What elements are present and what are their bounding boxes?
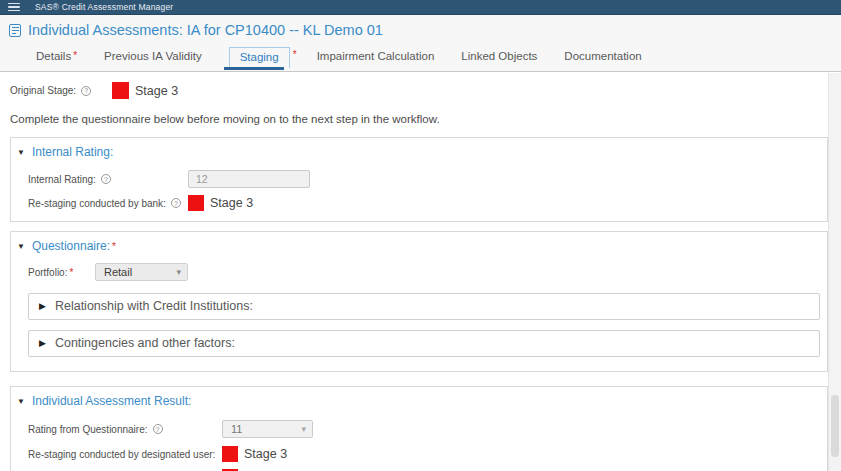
restaging-bank-row: Re-staging conducted by bank: ? Stage 3 [28,195,827,211]
expand-icon: ▶ [39,301,46,311]
portfolio-dropdown[interactable]: Retail ▾ [95,263,188,281]
rating-from-questionnaire-row: Rating from Questionnaire: ? 11 ▾ [28,420,827,438]
page-title: Individual Assessments: IA for CP10400 -… [28,22,383,38]
internal-rating-row: Internal Rating: ? [28,170,827,188]
document-icon [9,24,21,37]
subsection-contingencies-other-factors[interactable]: ▶ Contingencies and other factors: [28,330,820,357]
stage-color-swatch [112,82,129,99]
help-icon[interactable]: ? [153,424,163,434]
stage-color-swatch [222,446,238,462]
expand-icon: ▶ [39,338,46,348]
original-stage-row: Original Stage: ? Stage 3 [10,82,841,99]
help-icon[interactable]: ? [171,198,181,208]
section-result-header[interactable]: ▼ Individual Assessment Result: [17,394,827,408]
section-internal-rating-header[interactable]: ▼ Internal Rating: [17,145,827,159]
page-header: Individual Assessments: IA for CP10400 -… [0,15,841,72]
scrollbar-thumb[interactable] [831,395,839,457]
portfolio-row: Portfolio: * Retail ▾ [28,263,827,281]
internal-rating-label: Internal Rating: [28,174,96,185]
required-marker: * [69,267,73,278]
restaging-designated-user-label: Re-staging conducted by designated user: [28,449,215,460]
tab-details[interactable]: Details* [36,50,77,68]
help-icon[interactable]: ? [101,174,111,184]
vertical-scrollbar[interactable] [828,73,841,471]
required-marker: * [112,241,116,252]
app-bar: SAS® Credit Assessment Manager [0,0,841,15]
required-marker: * [73,50,77,61]
section-questionnaire: ▼ Questionnaire: * Portfolio: * Retail ▾… [10,231,828,372]
subsection-relationship-credit-institutions[interactable]: ▶ Relationship with Credit Institutions: [28,293,820,320]
title-row: Individual Assessments: IA for CP10400 -… [0,15,841,38]
tab-impairment-calculation[interactable]: Impairment Calculation [317,50,435,68]
menu-icon[interactable] [8,3,20,12]
chevron-down-icon: ▾ [301,424,306,434]
tab-staging[interactable]: Staging * [229,47,290,68]
required-marker: * [293,49,297,60]
section-individual-assessment-result: ▼ Individual Assessment Result: Rating f… [10,386,828,471]
tab-linked-objects[interactable]: Linked Objects [461,50,537,68]
chevron-down-icon: ▾ [176,267,181,277]
collapse-icon: ▼ [17,148,25,157]
original-stage-label: Original Stage: [10,85,76,96]
tab-documentation[interactable]: Documentation [564,50,641,68]
active-tab-underline [224,67,284,70]
section-questionnaire-header[interactable]: ▼ Questionnaire: * [17,239,827,253]
staging-panel: Original Stage: ? Stage 3 Complete the q… [0,72,841,471]
portfolio-label: Portfolio: [28,267,67,278]
instruction-text: Complete the questionnaire below before … [10,113,841,125]
restaging-designated-user-row: Re-staging conducted by designated user:… [28,446,827,462]
tab-previous-ia-validity[interactable]: Previous IA Validity [104,50,202,68]
collapse-icon: ▼ [17,397,25,406]
stage-color-swatch [188,195,204,211]
original-stage-value: Stage 3 [135,84,178,98]
restaging-bank-label: Re-staging conducted by bank: [28,198,166,209]
internal-rating-input[interactable] [188,170,310,188]
app-title: SAS® Credit Assessment Manager [35,2,173,12]
collapse-icon: ▼ [17,242,25,251]
app-window: SAS® Credit Assessment Manager Individua… [0,0,841,471]
rating-from-questionnaire-label: Rating from Questionnaire: [28,424,148,435]
tab-bar: Details* Previous IA Validity Staging * … [0,46,841,68]
help-icon[interactable]: ? [81,86,91,96]
restaging-designated-user-value: Stage 3 [244,447,287,461]
rating-from-questionnaire-dropdown[interactable]: 11 ▾ [222,420,313,438]
section-internal-rating: ▼ Internal Rating: Internal Rating: ? Re… [10,137,828,222]
restaging-bank-value: Stage 3 [210,196,253,210]
